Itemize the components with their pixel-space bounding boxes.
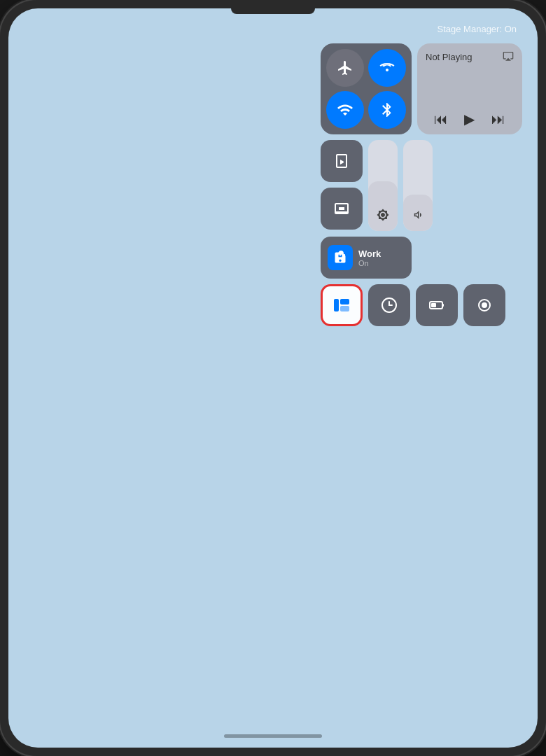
cc-row2-left	[321, 140, 363, 230]
cc-row-4	[321, 284, 522, 326]
screen-mirror-button[interactable]	[321, 188, 363, 230]
stage-manager-button[interactable]	[321, 284, 363, 326]
focus-icon	[328, 245, 353, 270]
svg-rect-8	[442, 304, 444, 307]
focus-text: Work On	[358, 248, 381, 267]
svg-rect-2	[340, 299, 349, 304]
svg-rect-3	[340, 306, 349, 312]
volume-icon	[412, 209, 424, 224]
np-controls: ⏮ ▶ ⏭	[426, 111, 514, 127]
svg-rect-9	[431, 303, 436, 307]
stage-manager-status: Stage Manager: On	[438, 24, 517, 34]
battery-button[interactable]	[416, 284, 458, 326]
airplane-mode-button[interactable]	[326, 49, 364, 87]
svg-point-11	[482, 302, 487, 308]
cc-row-3: Work On	[321, 237, 522, 279]
control-center: Not Playing ⏮ ▶ ⏭	[321, 43, 522, 326]
hotspot-button[interactable]	[368, 49, 406, 87]
screen-record-button[interactable]	[463, 284, 505, 326]
airplay-icon[interactable]	[503, 50, 514, 64]
ipad-frame: Stage Manager: On	[0, 0, 546, 756]
np-title: Not Playing	[426, 52, 472, 62]
cc-row-2	[321, 140, 522, 231]
bluetooth-button[interactable]	[368, 91, 406, 129]
svg-rect-0	[339, 207, 344, 210]
now-playing-block: Not Playing ⏮ ▶ ⏭	[417, 43, 522, 134]
home-indicator	[224, 734, 322, 738]
brightness-icon	[377, 209, 389, 224]
np-header: Not Playing	[426, 50, 514, 64]
rotation-lock-button[interactable]	[321, 140, 363, 182]
focus-status: On	[358, 259, 381, 267]
rewind-button[interactable]: ⏮	[434, 111, 448, 127]
focus-button[interactable]: Work On	[321, 237, 412, 279]
wifi-button[interactable]	[326, 91, 364, 129]
ipad-screen: Stage Manager: On	[8, 8, 538, 748]
brightness-slider[interactable]	[368, 140, 398, 231]
low-power-button[interactable]	[368, 284, 410, 326]
play-button[interactable]: ▶	[464, 111, 475, 127]
cc-row-1: Not Playing ⏮ ▶ ⏭	[321, 43, 522, 134]
volume-slider[interactable]	[403, 140, 433, 231]
forward-button[interactable]: ⏭	[491, 111, 505, 127]
focus-name: Work	[358, 248, 381, 259]
camera-bar	[231, 8, 315, 14]
connectivity-block	[321, 43, 412, 134]
svg-rect-1	[334, 299, 339, 312]
